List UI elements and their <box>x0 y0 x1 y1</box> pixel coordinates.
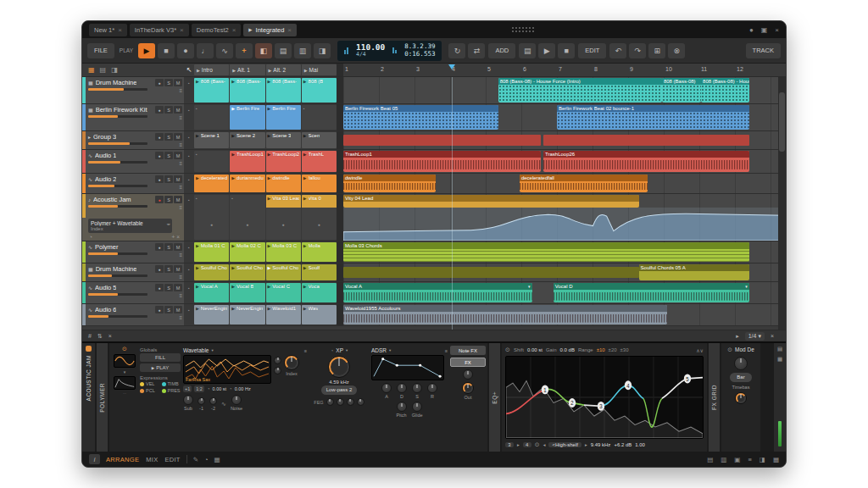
window-tab[interactable]: ▶Integrated× <box>243 24 297 36</box>
clip-play-icon[interactable]: ▶ <box>196 284 199 289</box>
clip-play-icon[interactable]: ▶ <box>196 79 199 84</box>
arranger-scrollbar[interactable] <box>778 77 786 330</box>
clip-launcher-cell[interactable]: ▶Waveloid1 <box>266 305 301 324</box>
clip-launcher-cell[interactable]: ▶fallou <box>302 175 337 192</box>
band-prev-button[interactable]: ◂ <box>543 442 546 447</box>
close-detail-icon[interactable]: × <box>771 333 774 339</box>
playhead-marker[interactable] <box>448 64 455 69</box>
arranger-clip[interactable]: Vity 04 Lead <box>343 195 639 208</box>
semitone-readout[interactable]: 0.00 st <box>213 386 227 391</box>
track-header[interactable]: ▸Group 3●SM≡ <box>82 131 184 149</box>
track-header[interactable]: ∿Audio 2●SM≡ <box>82 174 184 193</box>
arranger-clip[interactable]: deceleratedfall <box>520 175 648 192</box>
sub-wave-icon[interactable]: ∿ <box>221 401 226 411</box>
band-3-button[interactable]: 3 <box>505 442 514 447</box>
macro-knob-icon[interactable]: ◔ <box>89 234 92 240</box>
clip-stop-gutter[interactable]: ▪ <box>184 77 194 103</box>
launcher-scrollbar[interactable] <box>337 64 343 76</box>
clip-stop-gutter[interactable]: ▪ <box>184 131 194 149</box>
info-button[interactable]: i <box>89 454 100 464</box>
env-select-caret[interactable]: ▾ <box>389 348 391 352</box>
tab-close-icon[interactable]: × <box>232 26 236 34</box>
grid-snap-icon[interactable]: # <box>88 333 92 340</box>
clip-stop-gutter[interactable]: ▪ <box>184 150 194 173</box>
wavetable-display[interactable]: FarRsa Sax <box>183 355 271 384</box>
clip-play-icon[interactable]: ▶ <box>268 106 271 111</box>
wavetable-select-caret[interactable]: ▾ <box>211 348 213 352</box>
launcher-toggle-icon[interactable]: ▦ <box>88 66 95 74</box>
eq-gain-value[interactable]: 0.0 dB <box>560 347 575 352</box>
track-menu-icon[interactable]: ≡ <box>179 252 182 258</box>
arranger-clip[interactable]: Vocal D▾ <box>554 283 749 302</box>
track-menu-icon[interactable]: ≡ <box>179 205 182 210</box>
scroll-lock-icon[interactable]: ⇅ <box>97 333 103 340</box>
pcl-expression[interactable]: PCL <box>140 388 159 393</box>
monitor-button[interactable]: ● <box>155 133 164 141</box>
clip-launcher-cell[interactable]: ▶808 (B <box>302 78 337 103</box>
clip-play-icon[interactable]: ▶ <box>303 306 307 311</box>
clip-play-icon[interactable]: ▶ <box>231 284 235 289</box>
track-header[interactable]: ▦Berlin Firework Kit●SM≡ <box>82 104 184 130</box>
eq-expand-icons[interactable]: ∧∨ <box>696 347 704 353</box>
range-20-button[interactable]: ±20 <box>609 347 617 352</box>
track-menu-icon[interactable]: ≡ <box>179 185 182 190</box>
stop-button[interactable]: ■ <box>158 43 175 58</box>
vel-depth-knob[interactable] <box>463 369 473 380</box>
clip-launcher-cell[interactable]: ▶deceleratedfall <box>194 175 229 192</box>
close-window-icon[interactable]: × <box>775 26 779 34</box>
clip-play-icon[interactable]: ▶ <box>196 265 199 270</box>
clip-launcher-cell[interactable]: ▶Vocal B <box>230 283 264 302</box>
sub-knob[interactable] <box>183 395 193 405</box>
delete-button[interactable]: ⊗ <box>668 43 685 58</box>
mute-button[interactable]: M <box>174 79 182 86</box>
window-tab[interactable]: DemoTest2× <box>192 24 242 36</box>
track-menu-icon[interactable]: ≡ <box>179 315 182 320</box>
arranger-clip[interactable]: 808 (Bass-08) <box>662 78 701 103</box>
clip-launcher-cell[interactable]: ▪● <box>194 195 229 240</box>
arranger-clip[interactable] <box>543 135 749 146</box>
fine-readout[interactable]: 0.00 Hz <box>235 386 251 391</box>
solo-button[interactable]: S <box>164 306 173 313</box>
clip-play-icon[interactable]: ▶ <box>303 175 307 180</box>
eq-spectrum-display[interactable]: 12345 <box>505 356 704 439</box>
clip-play-icon[interactable]: ▶ <box>268 306 271 311</box>
scene-header[interactable]: ▶Alt. 1 <box>230 64 264 75</box>
clip-launcher-cell[interactable]: ▶dwindle <box>266 175 301 192</box>
clip-launcher-cell[interactable]: ▶TrashL <box>302 151 337 172</box>
tab-close-icon[interactable]: × <box>180 26 184 34</box>
noise-knob[interactable] <box>231 395 242 405</box>
inspector-panel-icon[interactable]: ▣ <box>734 456 740 463</box>
clip-launcher-cell[interactable]: ▶Soulful Cho <box>230 264 264 280</box>
arranger-toggle-icon[interactable]: ▤ <box>100 66 107 74</box>
track-header[interactable]: ∿Audio 6●SM≡ <box>82 304 184 325</box>
band-power-button[interactable]: ⊙ <box>535 441 540 448</box>
clip-play-icon[interactable]: ▶ <box>303 196 307 201</box>
window-layout-icon[interactable]: ▣ <box>761 26 768 34</box>
tab-close-icon[interactable]: × <box>118 26 122 34</box>
feg-decay-knob[interactable] <box>337 398 344 406</box>
solo-button[interactable]: S <box>164 284 173 291</box>
clip-play-icon[interactable]: ▶ <box>231 152 235 157</box>
octave-readout[interactable]: +1 <box>183 385 192 392</box>
chip-arrows-icon[interactable]: ◂▸ <box>166 222 170 226</box>
clip-launcher-cell[interactable]: ▶Scen <box>302 132 337 148</box>
clip-launcher-cell[interactable]: ▶TrashLoop1 <box>230 151 264 172</box>
clip-stop-gutter[interactable]: ▪ <box>184 304 194 325</box>
panel-up-icon[interactable]: ▤ <box>777 346 782 352</box>
sustain-knob[interactable] <box>412 383 422 393</box>
release-knob[interactable] <box>427 383 437 393</box>
fx-chip[interactable]: FX <box>450 358 486 367</box>
play-start-button[interactable]: ▶ <box>538 43 555 58</box>
fine-knob-icon[interactable]: ◔ <box>229 386 232 391</box>
eq-shift-value[interactable]: 0.00 st <box>527 347 542 352</box>
clip-play-icon[interactable]: ▶ <box>231 106 235 111</box>
decay-knob[interactable] <box>397 383 407 393</box>
eq-power-button[interactable]: ⊙ <box>505 347 510 353</box>
play-button[interactable]: ▶ <box>138 43 155 58</box>
track-menu-button[interactable]: TRACK <box>746 43 781 58</box>
pitch-knob[interactable] <box>397 402 407 412</box>
arranger-clip[interactable]: TrashLoop26 <box>543 151 749 172</box>
clip-launcher-cell[interactable]: ▪ <box>194 151 229 172</box>
glide-knob[interactable] <box>412 402 422 412</box>
clip-play-icon[interactable]: ▶ <box>268 284 271 289</box>
